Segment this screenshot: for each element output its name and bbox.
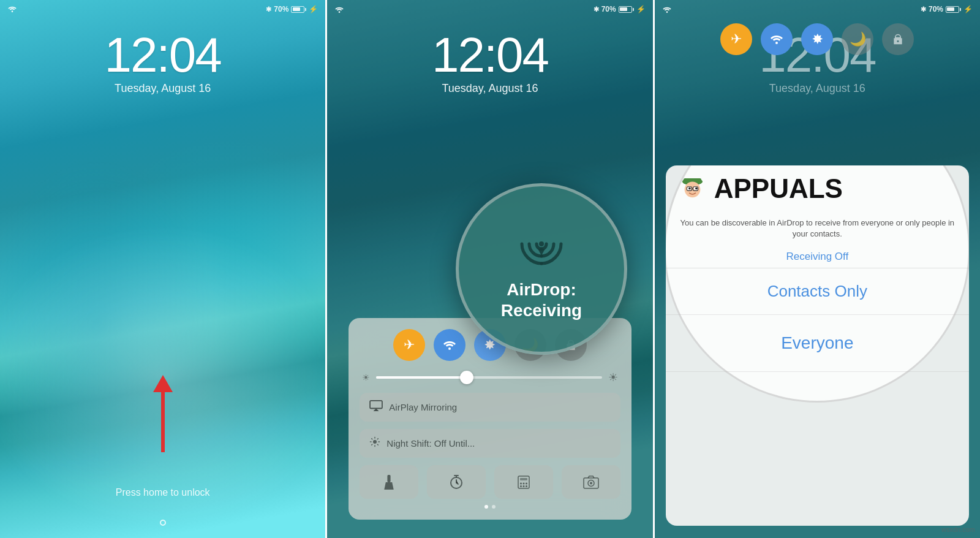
battery-icon (291, 6, 306, 13)
svg-rect-3 (370, 401, 382, 409)
svg-point-14 (522, 485, 524, 487)
everyone-option[interactable]: Everyone (666, 315, 969, 372)
p3-rotation-button[interactable] (882, 23, 914, 55)
svg-point-11 (522, 482, 524, 484)
date-3: Tuesday, August 16 (655, 82, 980, 95)
airdrop-receiving-overlay: AirDrop: Receiving (456, 183, 627, 355)
page-dot-1 (484, 505, 488, 509)
receiving-off-option[interactable]: Receiving Off (666, 246, 969, 268)
camera-button[interactable] (562, 465, 620, 499)
panel-airdrop-settings: ✱ 70% ⚡ ✈ ✸ 🌙 12:04 Tuesday, August 16 (655, 0, 980, 538)
svg-point-21 (775, 42, 778, 44)
p3-donotdisturb-button[interactable]: 🌙 (842, 23, 873, 55)
p3-wifi-button[interactable] (761, 23, 793, 55)
night-shift-icon (369, 436, 380, 450)
current-date: Tuesday, August 16 (0, 82, 325, 95)
p3-toggle-row: ✈ ✸ 🌙 (655, 23, 980, 55)
status-bar-2: ✱ 70% ⚡ (327, 0, 652, 18)
battery-icon-2 (619, 6, 634, 13)
svg-point-12 (526, 482, 527, 484)
brightness-slider[interactable] (376, 376, 601, 379)
clock-time: 12:04 (0, 31, 325, 80)
night-shift-label: Night Shift: Off Until... (386, 438, 475, 449)
panel-control-center: ✱ 70% ⚡ 12:04 Tuesday, August 16 ✈ ✸ 🌙 (327, 0, 652, 538)
svg-point-2 (448, 347, 451, 350)
wifi-icon (7, 5, 17, 14)
control-center-panel: ✈ ✸ 🌙 ☀ ☀ AirPlay Mirroring (349, 318, 631, 520)
date-2: Tuesday, August 16 (327, 82, 652, 95)
brightness-high-icon: ☀ (608, 371, 618, 384)
status-right: ✱ 70% ⚡ (266, 5, 318, 13)
battery-pct-p2: 70% (601, 5, 616, 13)
p3-airplane-button[interactable]: ✈ (720, 23, 752, 55)
svg-point-4 (373, 440, 377, 444)
contacts-only-option[interactable]: Contacts Only (666, 268, 969, 315)
brightness-low-icon: ☀ (362, 373, 370, 382)
arrow-shaft (161, 391, 165, 452)
svg-point-13 (520, 485, 522, 487)
battery-icon-3 (946, 6, 961, 13)
svg-marker-6 (385, 482, 394, 490)
svg-point-0 (12, 10, 13, 12)
status-bar: ✱ 70% ⚡ (0, 0, 325, 18)
press-home-label: Press home to unlock (0, 487, 325, 498)
appuals-logo-area: APPUALS (666, 165, 969, 211)
svg-point-20 (666, 11, 668, 13)
night-shift-button[interactable]: Night Shift: Off Until... (360, 429, 620, 458)
svg-rect-9 (520, 478, 527, 480)
svg-point-15 (526, 485, 527, 487)
appuals-brand-text: APPUALS (714, 173, 843, 204)
home-button-indicator[interactable] (160, 520, 166, 526)
time-display-2: 12:04 Tuesday, August 16 (327, 31, 652, 95)
svg-point-1 (339, 11, 341, 13)
airdrop-description: You can be discoverable in AirDrop to re… (666, 211, 969, 246)
swipe-arrow (153, 375, 173, 452)
time-date-display: 12:04 Tuesday, August 16 (0, 31, 325, 95)
tools-row (360, 465, 620, 499)
airplay-mirroring-button[interactable]: AirPlay Mirroring (360, 393, 620, 422)
status-left (7, 5, 17, 14)
watermark: wsxdn.com (941, 526, 975, 533)
airdrop-settings-panel: APPUALS You can be discoverable in AirDr… (666, 165, 969, 526)
status-left-3 (662, 6, 672, 13)
svg-rect-5 (388, 475, 391, 482)
page-dots (360, 505, 620, 509)
appuals-mascot (676, 172, 709, 205)
svg-point-18 (590, 482, 592, 484)
airplay-icon (369, 400, 383, 414)
status-left-2 (334, 6, 344, 13)
airplay-label: AirPlay Mirroring (389, 402, 457, 412)
airdrop-icon (517, 218, 566, 273)
svg-point-19 (539, 241, 544, 246)
status-right-3: ✱ 70% ⚡ (921, 5, 973, 13)
svg-point-27 (688, 188, 691, 190)
page-dot-2 (492, 505, 496, 509)
brightness-row: ☀ ☀ (360, 371, 620, 384)
status-right-2: ✱ 70% ⚡ (594, 5, 646, 13)
timer-button[interactable] (427, 465, 486, 499)
battery-percentage: 70% (274, 5, 288, 13)
status-bar-3: ✱ 70% ⚡ (655, 0, 980, 18)
airdrop-receiving-label: AirDrop: Receiving (501, 279, 582, 320)
p3-bluetooth-button[interactable]: ✸ (801, 23, 833, 55)
svg-point-28 (695, 188, 698, 190)
bt-p2: ✱ (594, 6, 599, 13)
charging-icon: ⚡ (309, 5, 318, 13)
options-container: Contacts Only Everyone (666, 268, 969, 372)
bluetooth-indicator: ✱ (266, 6, 271, 13)
arrow-head (153, 375, 173, 392)
airplane-mode-button[interactable]: ✈ (393, 329, 425, 361)
panel-lock-screen: ✱ 70% ⚡ 12:04 Tuesday, August 16 Press h… (0, 0, 325, 538)
svg-point-10 (520, 482, 522, 484)
calculator-button[interactable] (494, 465, 553, 499)
wifi-button[interactable] (434, 329, 466, 361)
flashlight-button[interactable] (360, 465, 418, 499)
clock-2: 12:04 (327, 31, 652, 80)
